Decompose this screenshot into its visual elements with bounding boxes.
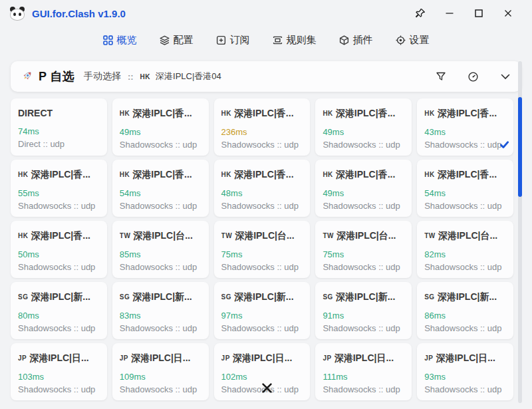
proxy-card[interactable]: TW深港IPLC|台... 75ms Shadowsocks :: udp: [315, 221, 412, 278]
region-badge: HK: [424, 110, 434, 117]
proxy-name: HK深港IPLC|香...: [120, 169, 201, 180]
latency-value: 80ms: [18, 311, 100, 321]
titlebar: GUI.for.Clash v1.9.0: [0, 0, 532, 27]
nav-tabs: 概览 配置 订阅 规则集 插件: [0, 27, 532, 53]
group-name: P 自选: [39, 68, 74, 84]
maximize-icon[interactable]: [464, 3, 493, 23]
proxy-card[interactable]: HK深港IPLC|香... 54ms Shadowsocks :: udp: [112, 160, 209, 217]
protocol-label: Shadowsocks :: udp: [120, 201, 201, 211]
proxy-card[interactable]: JP深港IPLC|日... 93ms Shadowsocks :: udp: [417, 343, 513, 400]
proxy-card[interactable]: JP深港IPLC|日... 109ms Shadowsocks :: udp: [112, 343, 209, 400]
scrollbar-thumb[interactable]: [518, 97, 522, 197]
latency-value: 54ms: [120, 188, 201, 198]
tab-label: 规则集: [287, 34, 317, 47]
minimize-icon[interactable]: [435, 3, 464, 23]
latency-value: 43ms: [424, 127, 506, 137]
tab-subscriptions[interactable]: 订阅: [216, 34, 250, 47]
proxy-card[interactable]: HK深港IPLC|香... 236ms Shadowsocks :: udp: [214, 98, 311, 156]
proxy-card[interactable]: TW深港IPLC|台... 82ms Shadowsocks :: udp: [417, 221, 513, 278]
proxy-card[interactable]: SG深港IPLC|新... 80ms Shadowsocks :: udp: [11, 282, 107, 339]
latency-value: 75ms: [221, 249, 303, 259]
tab-plugins[interactable]: 插件: [339, 34, 373, 47]
proxy-card[interactable]: HK深港IPLC|香... 48ms Shadowsocks :: udp: [214, 160, 311, 217]
proxy-name: JP深港IPLC|日...: [323, 352, 404, 364]
region-badge: JP: [221, 354, 230, 362]
grid-icon: [103, 35, 113, 45]
group-separator: ::: [128, 72, 134, 82]
region-badge: TW: [221, 232, 233, 239]
tab-label: 配置: [174, 34, 194, 47]
proxy-card[interactable]: HK深港IPLC|香... 54ms Shadowsocks :: udp: [417, 160, 513, 217]
proxy-name: HK深港IPLC|香...: [323, 169, 404, 180]
speedtest-gauge-icon[interactable]: [466, 70, 480, 84]
floating-close-icon[interactable]: [261, 382, 273, 396]
proxy-card[interactable]: SG深港IPLC|新... 91ms Shadowsocks :: udp: [315, 282, 412, 339]
proxy-name: JP深港IPLC|日...: [18, 352, 100, 364]
proxy-name: HK深港IPLC|香...: [323, 108, 404, 119]
layers-icon: [160, 35, 170, 45]
latency-value: 75ms: [323, 249, 404, 259]
proxy-card[interactable]: JP深港IPLC|日... 103ms Shadowsocks :: udp: [11, 343, 107, 400]
latency-value: 236ms: [221, 127, 303, 137]
current-node-region: HK: [140, 73, 150, 80]
latency-value: 50ms: [18, 249, 100, 259]
protocol-label: Shadowsocks :: udp: [424, 384, 506, 394]
proxy-card[interactable]: HK深港IPLC|香... 49ms Shadowsocks :: udp: [112, 98, 209, 156]
tab-overview[interactable]: 概览: [103, 34, 137, 47]
protocol-label: Shadowsocks :: udp: [18, 323, 100, 333]
group-actions: [434, 70, 512, 84]
window-controls: [406, 3, 523, 23]
scrollbar-track[interactable]: [518, 61, 522, 403]
region-badge: HK: [323, 110, 332, 117]
proxy-card[interactable]: TW深港IPLC|台... 85ms Shadowsocks :: udp: [112, 221, 209, 278]
pin-icon[interactable]: [406, 3, 435, 23]
region-badge: HK: [120, 171, 130, 178]
protocol-label: Shadowsocks :: udp: [424, 201, 506, 211]
current-node-name: 深港IPLC|香港04: [156, 70, 221, 82]
tab-profiles[interactable]: 配置: [160, 34, 194, 47]
protocol-label: Shadowsocks :: udp: [323, 262, 404, 272]
chevron-down-icon[interactable]: [499, 70, 512, 83]
rocket-icon: [20, 70, 33, 83]
proxy-name: SG深港IPLC|新...: [323, 291, 404, 303]
app-title: GUI.for.Clash v1.9.0: [32, 8, 126, 19]
proxy-card[interactable]: HK深港IPLC|香... 43ms Shadowsocks :: udp: [417, 98, 513, 156]
region-badge: SG: [221, 293, 231, 301]
selected-check-icon: [499, 140, 509, 152]
proxy-card[interactable]: DIRECT 74ms Direct :: udp: [11, 98, 107, 156]
protocol-label: Shadowsocks :: udp: [323, 140, 404, 150]
proxy-name: HK深港IPLC|香...: [221, 108, 303, 119]
region-badge: HK: [221, 110, 231, 117]
proxy-card[interactable]: SG深港IPLC|新... 97ms Shadowsocks :: udp: [214, 282, 311, 339]
tab-label: 设置: [410, 34, 430, 47]
region-badge: JP: [323, 354, 331, 362]
protocol-label: Shadowsocks :: udp: [221, 201, 303, 211]
tab-rulesets[interactable]: 规则集: [273, 34, 317, 47]
proxy-card[interactable]: SG深港IPLC|新... 86ms Shadowsocks :: udp: [417, 282, 513, 339]
gear-icon: [396, 35, 406, 45]
proxy-name: JP深港IPLC|日...: [221, 352, 303, 364]
proxy-card[interactable]: HK深港IPLC|香... 50ms Shadowsocks :: udp: [11, 221, 107, 278]
cube-icon: [339, 35, 349, 45]
latency-value: 103ms: [18, 372, 100, 382]
region-badge: TW: [323, 232, 334, 239]
latency-value: 82ms: [424, 249, 506, 259]
tab-settings[interactable]: 设置: [396, 34, 430, 47]
proxy-card[interactable]: SG深港IPLC|新... 83ms Shadowsocks :: udp: [112, 282, 209, 339]
tab-label: 订阅: [230, 34, 250, 47]
latency-value: 49ms: [323, 127, 404, 137]
proxy-name: HK深港IPLC|香...: [120, 108, 201, 119]
proxy-card[interactable]: JP深港IPLC|日... 111ms Shadowsocks :: udp: [315, 343, 412, 400]
filter-icon[interactable]: [434, 70, 448, 83]
proxy-card[interactable]: TW深港IPLC|台... 75ms Shadowsocks :: udp: [214, 221, 311, 278]
region-badge: HK: [120, 110, 130, 117]
region-badge: HK: [323, 171, 332, 178]
proxy-group-header[interactable]: P 自选 手动选择 :: HK 深港IPLC|香港04: [11, 61, 521, 92]
panda-logo-icon: [9, 7, 25, 21]
latency-value: 91ms: [323, 311, 404, 321]
proxy-card[interactable]: HK深港IPLC|香... 49ms Shadowsocks :: udp: [315, 160, 412, 217]
proxy-card[interactable]: HK深港IPLC|香... 49ms Shadowsocks :: udp: [315, 98, 412, 156]
region-badge: TW: [120, 232, 131, 239]
close-icon[interactable]: [493, 3, 523, 23]
proxy-card[interactable]: HK深港IPLC|香... 55ms Shadowsocks :: udp: [11, 160, 107, 217]
